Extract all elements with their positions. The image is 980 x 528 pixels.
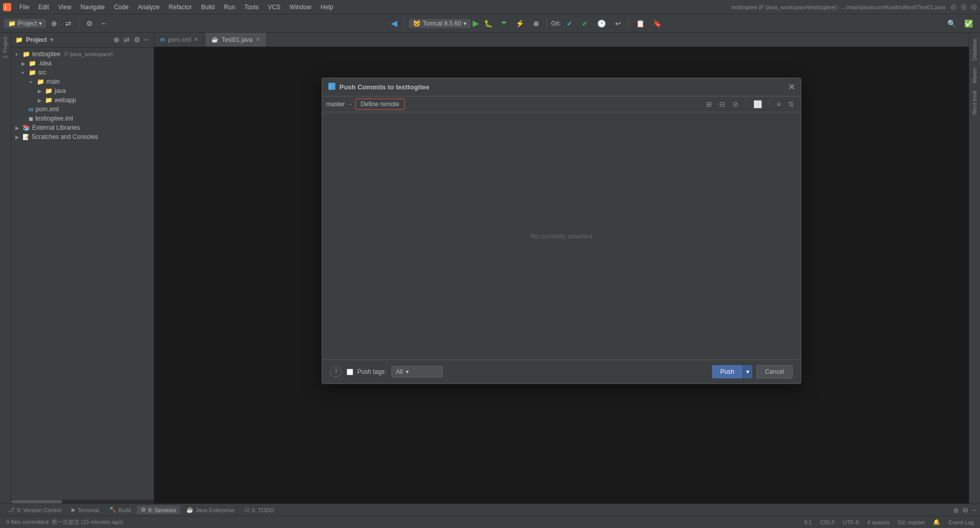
git-push-btn[interactable]: ✔: [579, 18, 591, 29]
menu-refactor[interactable]: Refactor: [165, 3, 196, 12]
git-update-btn[interactable]: ✔: [564, 18, 576, 29]
tags-dropdown[interactable]: All ▾: [391, 366, 443, 377]
panel-settings-btn[interactable]: ⚙: [133, 35, 141, 45]
window-title: testtogitee [F:\java_workspace\testtogit…: [731, 4, 945, 10]
menu-build[interactable]: Build: [197, 3, 219, 12]
expand-bottom-btn[interactable]: ⊕: [953, 506, 959, 514]
debug-btn[interactable]: 🐛: [481, 18, 496, 29]
status-encoding[interactable]: UTF-8: [843, 519, 859, 525]
maximize-button[interactable]: □: [961, 4, 967, 10]
back-btn[interactable]: ◀: [388, 17, 400, 30]
tomcat-selector[interactable]: 🐱 Tomcat 8.5.60 ▾: [409, 19, 470, 28]
menu-window[interactable]: Window: [285, 3, 315, 12]
status-event-log[interactable]: Event Log: [948, 519, 974, 525]
search-everywhere-btn[interactable]: 🔍: [944, 18, 959, 29]
toolbar-settings-btn[interactable]: ⚙: [83, 18, 96, 29]
git-rollback-btn[interactable]: ↩: [612, 18, 624, 29]
diff-btn[interactable]: ⊘: [730, 99, 741, 110]
menu-run[interactable]: Run: [220, 3, 239, 12]
push-dropdown-button[interactable]: ▾: [743, 365, 752, 378]
project-selector[interactable]: 📁 Project ▾: [4, 19, 46, 28]
settings-bottom-btn[interactable]: ⚙: [962, 506, 969, 514]
status-line-ending[interactable]: CRLF: [820, 519, 835, 525]
project-panel-icon: 📁: [15, 36, 23, 43]
panel-hide-btn[interactable]: −: [143, 35, 150, 45]
app-logo: i: [3, 3, 11, 11]
tree-item-idea[interactable]: ▶ 📁 .idea: [11, 59, 154, 68]
tab-icon-pom: m: [160, 37, 165, 42]
modal-close-button[interactable]: ✕: [788, 82, 795, 92]
tab-close-test01[interactable]: ✕: [256, 36, 260, 43]
toolbar-separator-3: [547, 18, 547, 29]
help-button[interactable]: ?: [330, 366, 341, 377]
modal-title: Push Commits to testtogitee: [339, 83, 429, 91]
stop-btn[interactable]: ⏹: [529, 18, 543, 29]
push-tags-text: Push tags:: [357, 368, 386, 375]
menu-view[interactable]: View: [54, 3, 76, 12]
define-remote-button[interactable]: Define remote: [355, 99, 405, 110]
bottom-tab-build[interactable]: 🔨 Build: [105, 506, 135, 514]
bottom-tab-services[interactable]: ⚙ 8: Services: [137, 506, 180, 514]
cancel-button[interactable]: Cancel: [756, 365, 793, 378]
expand-all-btn[interactable]: ⊞: [703, 99, 715, 110]
sort-btn[interactable]: ⇅: [786, 99, 797, 110]
database-panel-toggle[interactable]: Database: [971, 37, 978, 63]
push-commits-modal: ↑ Push Commits to testtogitee ✕ master →…: [322, 78, 801, 384]
preview-btn[interactable]: ⬜: [751, 99, 765, 110]
maven-panel-toggle[interactable]: Maven: [971, 66, 978, 85]
bottom-tab-vcs[interactable]: ⎇ 9: Version Control: [4, 506, 65, 514]
tree-item-main[interactable]: ▾ 📁 main: [11, 77, 154, 86]
tree-item-java[interactable]: ▶ 📁 java: [11, 86, 154, 95]
toolbar-scroll-btn[interactable]: ⇄: [62, 18, 75, 29]
status-indent[interactable]: 4 spaces: [867, 519, 890, 525]
tree-item-pom[interactable]: ▶ m pom.xml: [11, 105, 154, 114]
toolbar-collapse-btn[interactable]: −: [98, 18, 108, 29]
folder-icon-idea: 📁: [29, 60, 36, 67]
profiler-btn[interactable]: ⚡: [512, 18, 527, 29]
push-main-button[interactable]: Push: [712, 365, 742, 378]
tree-item-root[interactable]: ▾ 📁 testtogitee F:\java_workspace\: [11, 50, 154, 59]
vcs-annotate-btn[interactable]: 🔖: [650, 18, 665, 29]
bottom-tab-java-enterprise[interactable]: ☕ Java Enterprise: [182, 506, 238, 514]
bottom-tab-terminal[interactable]: ▶ Terminal: [67, 506, 103, 514]
push-tags-checkbox-label[interactable]: Push tags:: [347, 368, 386, 375]
tab-close-pom[interactable]: ✕: [194, 36, 199, 43]
menu-analyze[interactable]: Analyze: [134, 3, 164, 12]
project-scrollbar[interactable]: [11, 499, 154, 503]
project-label: Project: [18, 20, 37, 27]
menu-edit[interactable]: Edit: [34, 3, 53, 12]
wordbook-panel-toggle[interactable]: Word book: [971, 88, 978, 117]
menu-vcs[interactable]: VCS: [264, 3, 285, 12]
tree-item-iml[interactable]: ▶ ◼ testtogitee.iml: [11, 114, 154, 123]
collapse-all-btn[interactable]: ⊟: [717, 99, 728, 110]
toolbar-add-btn[interactable]: ⊕: [48, 18, 60, 29]
hide-bottom-btn[interactable]: −: [972, 506, 976, 514]
menu-navigate[interactable]: Navigate: [77, 3, 109, 12]
group-by-btn[interactable]: ≡: [774, 99, 783, 110]
coverage-btn[interactable]: ☂: [498, 18, 510, 29]
tab-pom-xml[interactable]: m pom.xml ✕: [154, 33, 205, 47]
tree-item-webapp[interactable]: ▶ 📁 webapp: [11, 95, 154, 105]
status-git-branch[interactable]: Git: master: [898, 519, 925, 525]
menu-tools[interactable]: Tools: [240, 3, 263, 12]
project-panel-toggle[interactable]: 1: Project: [2, 35, 9, 60]
menu-code[interactable]: Code: [110, 3, 133, 12]
status-position[interactable]: 9:1: [804, 519, 812, 525]
recent-files-btn[interactable]: 📋: [633, 18, 648, 29]
tree-item-scratches[interactable]: ▶ 📝 Scratches and Consoles: [11, 132, 154, 141]
push-tags-checkbox[interactable]: [347, 369, 353, 375]
panel-add-btn[interactable]: ⊕: [112, 35, 120, 45]
tab-test01-java[interactable]: ☕ Test01.java ✕: [205, 33, 267, 47]
panel-scroll-btn[interactable]: ⇄: [122, 35, 131, 45]
close-button[interactable]: ✕: [971, 4, 977, 10]
menu-file[interactable]: File: [15, 3, 33, 12]
run-button[interactable]: ▶: [473, 18, 479, 28]
menu-help[interactable]: Help: [316, 3, 337, 12]
tree-item-external-libraries[interactable]: ▶ 📚 External Libraries: [11, 123, 154, 132]
git-history-btn[interactable]: 🕐: [594, 18, 609, 29]
tree-item-src[interactable]: ▾ 📁 src: [11, 68, 154, 77]
minimize-button[interactable]: ─: [950, 4, 957, 10]
bottom-tab-todo[interactable]: ☑ 6: TODO: [240, 506, 278, 514]
save-icon-btn[interactable]: ✅: [961, 18, 976, 29]
toolbar-separator-4: [628, 18, 629, 29]
